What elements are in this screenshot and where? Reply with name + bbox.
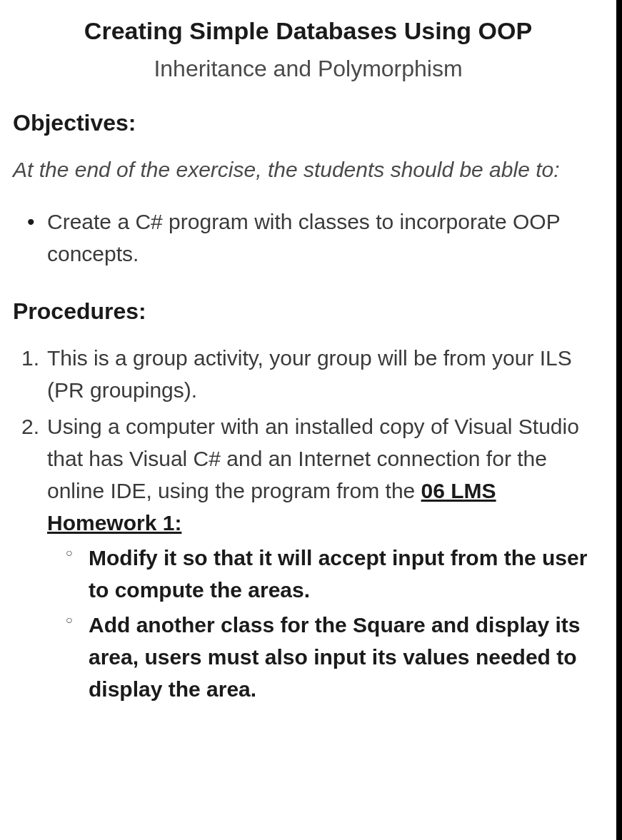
- list-item: Create a C# program with classes to inco…: [47, 206, 603, 270]
- objectives-list: Create a C# program with classes to inco…: [13, 206, 603, 270]
- sub-list: Modify it so that it will accept input f…: [47, 542, 603, 705]
- objectives-intro: At the end of the exercise, the students…: [13, 153, 603, 186]
- procedure-text: Using a computer with an installed copy …: [47, 415, 579, 502]
- procedures-list: This is a group activity, your group wil…: [13, 342, 603, 705]
- list-item: Modify it so that it will accept input f…: [89, 542, 603, 606]
- list-item: Using a computer with an installed copy …: [47, 410, 603, 705]
- list-item: Add another class for the Square and dis…: [89, 609, 603, 705]
- page-title: Creating Simple Databases Using OOP: [13, 14, 603, 49]
- list-item: This is a group activity, your group wil…: [47, 342, 603, 406]
- objectives-heading: Objectives:: [13, 107, 603, 139]
- procedures-heading: Procedures:: [13, 295, 603, 328]
- page-subtitle: Inheritance and Polymorphism: [13, 53, 603, 85]
